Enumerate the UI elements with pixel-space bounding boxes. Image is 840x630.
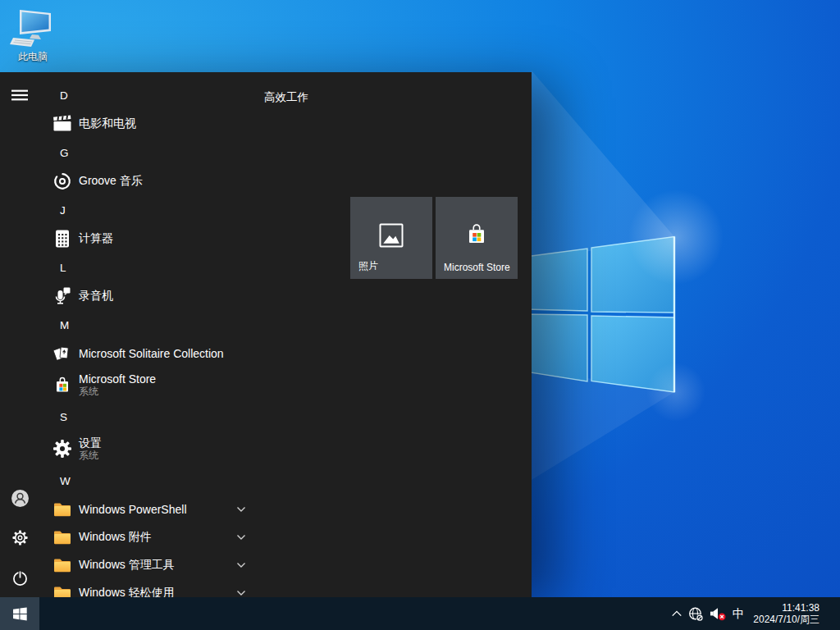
chevron-down-icon[interactable] [236, 506, 246, 513]
app-item-settings[interactable]: 设置 系统 [39, 431, 262, 466]
system-tray: 中 11:41:38 2024/7/10/周三 [671, 597, 840, 630]
app-item-windows-accessories[interactable]: Windows 附件 [39, 523, 262, 551]
app-item-label: 计算器 [79, 231, 113, 246]
chevron-down-icon[interactable] [236, 590, 246, 596]
hamburger-icon [11, 89, 29, 101]
app-item-windows-admin-tools[interactable]: Windows 管理工具 [39, 551, 262, 579]
app-list: D 电影和电视 G [39, 72, 262, 597]
app-item-label: 设置 [79, 436, 102, 450]
tile-photos[interactable]: 照片 [350, 197, 432, 279]
gear-icon [52, 439, 72, 459]
tile-microsoft-store[interactable]: Microsoft Store [436, 197, 518, 279]
app-item-label: Windows 轻松使用 [79, 586, 175, 597]
section-letter-j[interactable]: J [39, 195, 262, 225]
volume-button[interactable] [710, 606, 727, 621]
tiles-row: 照片 Microsoft Store [350, 197, 518, 279]
app-item-groove-music[interactable]: Groove 音乐 [39, 167, 262, 195]
start-button[interactable] [0, 597, 39, 630]
calculator-icon [52, 229, 72, 249]
section-letter-d[interactable]: D [39, 80, 262, 110]
clock-date: 2024/7/10/周三 [753, 614, 819, 625]
chevron-down-icon[interactable] [236, 534, 246, 541]
app-item-windows-powershell[interactable]: Windows PowerShell [39, 495, 262, 523]
section-letter-g[interactable]: G [39, 138, 262, 167]
section-letter-label: W [60, 475, 71, 487]
app-item-movies-tv[interactable]: 电影和电视 [39, 110, 262, 138]
clock-time: 11:41:38 [753, 602, 819, 614]
folder-icon [52, 527, 72, 547]
app-item-label: Microsoft Store [79, 372, 156, 386]
folder-icon [52, 500, 72, 519]
screen: 此电脑 [0, 0, 840, 630]
start-menu: D 电影和电视 G [0, 72, 532, 597]
speaker-muted-icon [710, 606, 727, 621]
movies-tv-icon [52, 114, 72, 134]
windows-logo-icon [13, 607, 27, 621]
show-hidden-icons-button[interactable] [671, 609, 682, 618]
folder-icon [52, 583, 72, 597]
user-avatar-icon [11, 489, 30, 508]
computer-icon [10, 8, 56, 49]
app-item-sublabel: 系统 [79, 386, 156, 397]
app-item-sublabel: 系统 [79, 450, 102, 461]
solitaire-cards-icon [52, 344, 72, 363]
desktop-icon-this-pc[interactable]: 此电脑 [5, 8, 61, 64]
section-letter-label: J [60, 204, 66, 217]
tile-group-header[interactable]: 高效工作 [264, 90, 308, 105]
app-item-microsoft-store[interactable]: Microsoft Store 系统 [39, 368, 262, 402]
section-letter-label: M [60, 319, 69, 331]
power-button[interactable] [0, 561, 39, 594]
start-menu-rail [0, 72, 39, 597]
app-item-label: Groove 音乐 [79, 174, 143, 189]
app-item-label: Windows 附件 [79, 530, 152, 545]
expand-menu-button[interactable] [0, 79, 39, 112]
section-letter-l[interactable]: L [39, 253, 262, 282]
app-item-windows-ease-of-access[interactable]: Windows 轻松使用 [39, 579, 262, 597]
app-item-label: 电影和电视 [79, 116, 136, 131]
voice-recorder-icon [52, 286, 72, 306]
taskbar-clock[interactable]: 11:41:38 2024/7/10/周三 [753, 602, 819, 625]
store-bag-icon [52, 375, 72, 395]
groove-music-icon [52, 171, 72, 191]
ime-indicator[interactable]: 中 [733, 606, 745, 622]
section-letter-w[interactable]: W [39, 466, 262, 495]
app-item-label: Microsoft Solitaire Collection [79, 347, 224, 360]
user-account-button[interactable] [0, 482, 39, 514]
power-icon [11, 569, 29, 587]
app-item-calculator[interactable]: 计算器 [39, 225, 262, 253]
desktop-icon-label: 此电脑 [5, 50, 61, 64]
store-bag-icon [462, 221, 491, 250]
section-letter-m[interactable]: M [39, 310, 262, 340]
tile-label: 照片 [358, 259, 378, 273]
section-letter-label: L [60, 262, 66, 274]
taskbar: 中 11:41:38 2024/7/10/周三 [0, 597, 840, 630]
gear-icon [11, 529, 29, 546]
app-item-solitaire[interactable]: Microsoft Solitaire Collection [39, 340, 262, 368]
network-status-button[interactable] [688, 606, 704, 622]
app-item-voice-recorder[interactable]: 录音机 [39, 282, 262, 310]
section-letter-label: D [60, 89, 68, 102]
section-letter-label: G [60, 147, 69, 159]
globe-no-internet-icon [688, 606, 704, 622]
app-item-label: Windows 管理工具 [79, 558, 175, 573]
photos-icon [377, 221, 406, 250]
chevron-down-icon[interactable] [236, 562, 246, 568]
section-letter-label: S [60, 411, 67, 423]
tile-label: Microsoft Store [444, 262, 510, 273]
section-letter-s[interactable]: S [39, 402, 262, 431]
tiles-pane: 高效工作 照片 [264, 72, 532, 597]
app-item-label: Windows PowerShell [79, 503, 187, 516]
folder-icon [52, 555, 72, 575]
settings-button[interactable] [0, 521, 39, 554]
chevron-up-icon [671, 609, 682, 618]
app-item-label: 录音机 [79, 289, 113, 304]
